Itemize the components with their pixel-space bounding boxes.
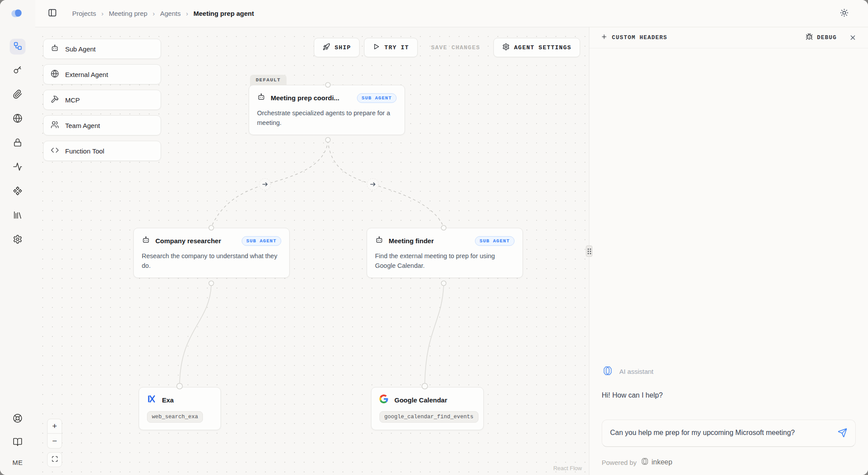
breadcrumb-separator: ›: [186, 10, 188, 17]
theme-toggle-sun-icon[interactable]: [840, 8, 849, 19]
edge-arrow-badge: [367, 179, 379, 190]
sidebar-item-graph[interactable]: [10, 39, 26, 55]
breadcrumb-project[interactable]: Meeting prep: [109, 10, 147, 17]
inkeep-logo-icon: [640, 457, 650, 467]
node-title: Company researcher: [155, 237, 221, 245]
powered-by-label: Powered by: [602, 459, 636, 466]
chat-input[interactable]: Can you help me prep for my upcoming Mic…: [602, 420, 856, 447]
node-title: Meeting finder: [389, 237, 434, 245]
gear-icon: [13, 234, 22, 246]
key-icon: [13, 65, 22, 77]
powered-by: Powered by inkeep: [602, 457, 856, 467]
breadcrumb-current: Meeting prep agent: [193, 10, 254, 17]
palette-item-sub-agent[interactable]: Sub Agent: [43, 39, 161, 59]
save-changes-label: SAVE CHANGES: [431, 44, 480, 51]
sidebar-item-api-keys[interactable]: [10, 63, 26, 79]
panel-resize-handle[interactable]: [586, 245, 592, 257]
breadcrumb-agents[interactable]: Agents: [160, 10, 181, 17]
node-description: Research the company to understand what …: [142, 251, 281, 271]
bot-icon: [257, 93, 265, 103]
node-company-researcher[interactable]: Company researcher SUB AGENT Research th…: [133, 228, 290, 278]
agent-settings-label: AGENT SETTINGS: [514, 44, 571, 51]
panel-toggle-icon[interactable]: [48, 8, 57, 19]
chat-input-value[interactable]: Can you help me prep for my upcoming Mic…: [610, 427, 803, 438]
play-icon: [373, 43, 380, 52]
save-changes-button[interactable]: SAVE CHANGES: [422, 38, 489, 57]
node-description: Orchestrate specialized agents to prepar…: [257, 108, 397, 128]
inkeep-brand[interactable]: inkeep: [640, 457, 672, 467]
tool-chip: web_search_exa: [147, 411, 203, 423]
sidebar-item-help[interactable]: [10, 411, 26, 427]
inkeep-assistant-logo-icon: [602, 365, 614, 377]
send-icon[interactable]: [838, 427, 847, 438]
react-flow-attribution[interactable]: React Flow: [553, 465, 582, 471]
zoom-in-button[interactable]: +: [47, 419, 62, 434]
flow-canvas[interactable]: Sub Agent External Agent MCP: [35, 27, 589, 475]
assistant-greeting: Hi! How can I help?: [602, 391, 856, 399]
inkeep-logo[interactable]: [11, 8, 25, 21]
hammer-icon: [51, 95, 59, 105]
paperclip-icon: [13, 89, 22, 101]
ship-button[interactable]: SHIP: [314, 38, 360, 57]
try-it-button[interactable]: TRY IT: [364, 38, 418, 57]
sidebar-item-web[interactable]: [10, 111, 26, 127]
exa-logo-icon: [147, 395, 156, 405]
try-it-label: TRY IT: [384, 44, 409, 51]
custom-headers-label: CUSTOM HEADERS: [612, 34, 667, 41]
sidebar-item-activity[interactable]: [10, 160, 26, 175]
node-title: Meeting prep coordi...: [271, 94, 339, 102]
sidebar-item-docs[interactable]: [10, 435, 26, 451]
sidebar-item-components[interactable]: [10, 184, 26, 200]
canvas-toolbar: SHIP TRY IT SAVE CHANGES: [314, 38, 580, 57]
bot-icon: [375, 236, 383, 246]
breadcrumb-separator: ›: [101, 10, 103, 17]
node-google-calendar-tool[interactable]: Google Calendar google_calendar_find_eve…: [371, 387, 484, 430]
node-exa-tool[interactable]: Exa web_search_exa: [139, 387, 221, 430]
palette-item-team-agent[interactable]: Team Agent: [43, 115, 161, 135]
palette-item-label: External Agent: [65, 71, 108, 78]
edge-arrow-badge: [259, 179, 271, 190]
fit-view-button[interactable]: [47, 452, 62, 467]
debug-button[interactable]: DEBUG: [805, 33, 837, 42]
chat-area: AI assistant Hi! How can I help? Can you…: [589, 48, 868, 475]
workflow-icon: [13, 41, 22, 52]
rocket-icon: [323, 43, 330, 52]
sidebar-item-library[interactable]: [10, 208, 26, 224]
palette-item-function-tool[interactable]: Function Tool: [43, 141, 161, 161]
breadcrumb-separator: ›: [153, 10, 155, 17]
assistant-label: AI assistant: [619, 368, 654, 375]
activity-icon: [13, 162, 22, 173]
palette-item-external-agent[interactable]: External Agent: [43, 64, 161, 84]
breadcrumb-projects[interactable]: Projects: [72, 10, 96, 17]
node-palette: Sub Agent External Agent MCP: [43, 39, 161, 161]
debug-label: DEBUG: [817, 34, 837, 41]
sidebar-item-attachments[interactable]: [10, 87, 26, 103]
agent-settings-button[interactable]: AGENT SETTINGS: [493, 38, 580, 57]
bot-icon: [51, 44, 59, 54]
library-icon: [13, 210, 22, 222]
close-icon[interactable]: [849, 34, 857, 41]
custom-headers-button[interactable]: CUSTOM HEADERS: [601, 33, 667, 42]
node-description: Find the external meeting to prep for us…: [375, 251, 515, 271]
bug-icon: [805, 33, 813, 42]
zoom-controls: + −: [47, 419, 62, 467]
sidebar-item-security[interactable]: [10, 135, 26, 151]
globe-icon: [51, 69, 59, 79]
google-logo-icon: [379, 395, 388, 405]
lock-icon: [13, 138, 22, 149]
node-meeting-prep-coordinator[interactable]: Meeting prep coordi... SUB AGENT Orchest…: [249, 85, 405, 135]
sub-agent-badge: SUB AGENT: [242, 236, 281, 246]
breadcrumb: Projects › Meeting prep › Agents › Meeti…: [72, 10, 254, 17]
zoom-out-button[interactable]: −: [47, 434, 62, 449]
palette-item-label: MCP: [65, 96, 80, 104]
palette-item-mcp[interactable]: MCP: [43, 90, 161, 110]
users-icon: [51, 121, 59, 130]
chat-panel: CUSTOM HEADERS DEBUG: [589, 27, 868, 475]
maximize-icon: [51, 455, 58, 464]
palette-item-label: Function Tool: [65, 147, 104, 155]
user-avatar[interactable]: ME: [12, 459, 23, 466]
sub-agent-badge: SUB AGENT: [357, 93, 397, 103]
sidebar-item-settings[interactable]: [10, 232, 26, 248]
node-meeting-finder[interactable]: Meeting finder SUB AGENT Find the extern…: [367, 228, 523, 278]
book-open-icon: [13, 437, 22, 449]
